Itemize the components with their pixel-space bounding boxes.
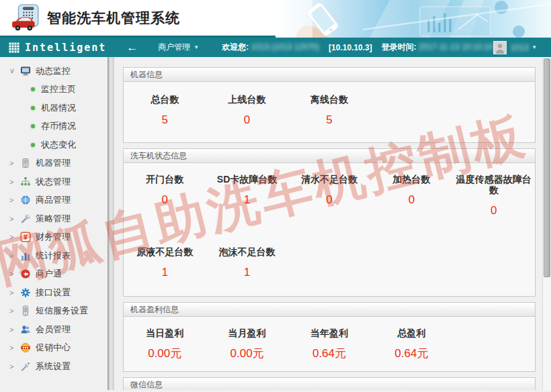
stat-profit-month: 当月盈利 0.00元 <box>206 328 288 360</box>
sidebar-item-label: 状态变化 <box>41 139 76 151</box>
sidebar-item-finance-mgmt[interactable]: > ¥ 财务管理 <box>0 228 108 247</box>
merchant-menu[interactable]: 商户管理 ▼ <box>158 42 199 53</box>
sidebar-item-status-mgmt[interactable]: > 状态管理 <box>0 173 108 191</box>
sidebar-item-label: 机器情况 <box>41 102 76 114</box>
merchant-icon <box>20 268 31 279</box>
chevron-right-icon: > <box>9 326 19 334</box>
sidebar-item-label: 机器管理 <box>36 157 71 169</box>
stat-profit-total: 总盈利 0.64元 <box>370 328 452 360</box>
sidebar-item-strategy-mgmt[interactable]: > 策略管理 <box>0 209 108 228</box>
monitor-icon <box>20 66 31 77</box>
sidebar-item-label: 会员管理 <box>36 324 71 336</box>
sidebar: ∨ 动态监控 监控主页 机器情况 存币情况 状态变化 <box>0 57 108 390</box>
sidebar-item-product-mgmt[interactable]: > 商品管理 <box>0 191 108 210</box>
stat-heating: 加热台数 0 <box>370 174 452 217</box>
panel-washer-status-title: 洗车机状态信息 <box>124 149 535 163</box>
welcome-text: 欢迎您: 1013 (1013 12070) <box>222 42 319 53</box>
chevron-right-icon: > <box>9 196 19 204</box>
sidebar-item-state-change[interactable]: 状态变化 <box>0 136 108 154</box>
merchant-name-blurred: 1013 (1013 12070) <box>251 42 319 52</box>
server-ip: [10.10.10.3] <box>329 43 372 52</box>
stat-offline-machines: 离线台数 5 <box>288 94 370 126</box>
sidebar-splitter[interactable] <box>108 57 114 390</box>
sitemap-icon <box>20 177 31 187</box>
sidebar-item-machine-status[interactable]: 机器情况 <box>0 99 108 117</box>
green-dot-icon <box>31 87 35 91</box>
main-panel-area: 机器信息 总台数 5 上线台数 0 离线台数 5 <box>114 57 542 390</box>
sidebar-item-machine-mgmt[interactable]: > 机器管理 <box>0 154 108 173</box>
panel-profit-info: 机器盈利信息 当日盈利 0.00元 当月盈利 0.00元 当年盈利 0.64元 <box>123 302 536 372</box>
tools-icon <box>20 361 31 372</box>
green-dot-icon <box>31 106 35 110</box>
scrollbar-thumb[interactable] <box>544 58 550 277</box>
carwash-logo-icon <box>11 4 40 32</box>
sidebar-item-member-mgmt[interactable]: > 会员管理 <box>0 320 108 339</box>
sidebar-item-label: 监控主页 <box>41 83 76 95</box>
panel-wechat-info: 微信信息 <box>123 377 536 390</box>
chevron-right-icon: > <box>9 307 19 315</box>
stat-low-detergent: 原液不足台数 1 <box>124 246 206 279</box>
promo-badge-icon <box>20 342 31 353</box>
sidebar-item-sms-settings[interactable]: > 短信服务设置 <box>0 302 108 321</box>
green-dot-icon <box>31 143 35 147</box>
chevron-right-icon: > <box>9 233 19 241</box>
members-icon <box>20 324 31 335</box>
vertical-scrollbar[interactable] <box>542 57 551 390</box>
chevron-down-icon: ▼ <box>194 44 199 50</box>
stat-total-machines: 总台数 5 <box>124 94 206 126</box>
sidebar-item-label: 策略管理 <box>36 213 71 225</box>
svg-text:¥: ¥ <box>24 233 28 241</box>
bar-chart-icon <box>20 250 31 261</box>
header-banner-image <box>276 0 551 38</box>
page-title: 智能洗车机管理系统 <box>47 9 180 28</box>
stat-sdcard-fault: SD卡故障台数 1 <box>206 174 288 217</box>
sidebar-item-monitor-home[interactable]: 监控主页 <box>0 81 108 99</box>
sidebar-item-label: 状态管理 <box>36 176 71 188</box>
sidebar-item-dynamic-monitor[interactable]: ∨ 动态监控 <box>0 62 108 81</box>
sidebar-item-label: 系统设置 <box>36 360 71 373</box>
chevron-right-icon: > <box>9 289 19 297</box>
sidebar-item-label: 商户通 <box>36 268 62 280</box>
chevron-right-icon: > <box>9 362 19 371</box>
chevron-right-icon: > <box>9 252 19 260</box>
merchant-menu-label: 商户管理 <box>158 42 190 53</box>
wrench-icon <box>20 213 31 224</box>
login-time-blurred: 2017-11-13 10:10:10 <box>419 42 493 52</box>
sidebar-item-merchant-pass[interactable]: > 商户通 <box>0 265 108 284</box>
sidebar-item-label: 动态监控 <box>36 65 71 77</box>
sidebar-item-stats-report[interactable]: > 统计报表 <box>0 246 108 265</box>
chevron-right-icon: > <box>9 215 19 223</box>
sms-phone-icon <box>20 305 31 316</box>
stat-low-water: 清水不足台数 0 <box>288 174 370 217</box>
chevron-right-icon: > <box>9 270 19 278</box>
sidebar-collapse-arrow-icon[interactable]: ← <box>126 42 138 53</box>
sidebar-item-label: 统计报表 <box>36 250 71 262</box>
sidebar-item-label: 促销中心 <box>36 342 71 354</box>
panel-profit-info-title: 机器盈利信息 <box>124 303 535 317</box>
yen-icon: ¥ <box>20 232 31 242</box>
sidebar-item-label: 商品管理 <box>36 194 71 206</box>
content-area: ∨ 动态监控 监控主页 机器情况 存币情况 状态变化 <box>0 57 551 390</box>
app-header: 智能洗车机管理系统 <box>0 0 551 38</box>
main-navbar: Intelligent ← 商户管理 ▼ 欢迎您: 1013 (1013 120… <box>0 38 551 57</box>
sidebar-item-system-settings[interactable]: > 系统设置 <box>0 357 108 376</box>
user-avatar[interactable] <box>493 41 507 54</box>
apps-grid-icon <box>9 42 19 53</box>
globe-icon <box>20 195 31 205</box>
panel-washer-status: 洗车机状态信息 开门台数 0 SD卡故障台数 1 清水不足台数 0 <box>123 148 536 297</box>
sidebar-item-interface-settings[interactable]: > 接口设置 <box>0 283 108 302</box>
sidebar-item-label: 短信服务设置 <box>36 305 88 317</box>
chevron-right-icon: > <box>9 159 19 167</box>
page: 智能洗车机管理系统 <box>0 0 551 390</box>
stat-temp-sensor-fault: 温度传感器故障台数 0 <box>453 174 535 217</box>
sidebar-item-label: 存币情况 <box>41 120 76 132</box>
user-chevron-down-icon[interactable]: ▼ <box>532 44 537 50</box>
device-icon <box>20 158 31 168</box>
login-time-text: 登录时间: 2017-11-13 10:10:10 <box>382 42 493 53</box>
sidebar-item-promo-center[interactable]: > 促销中心 <box>0 339 108 358</box>
gear-icon <box>20 287 31 298</box>
panel-machine-info: 机器信息 总台数 5 上线台数 0 离线台数 5 <box>123 67 536 143</box>
sidebar-item-coin-status[interactable]: 存币情况 <box>0 117 108 136</box>
sidebar-item-label: 接口设置 <box>36 287 71 299</box>
username-blurred[interactable]: 1013 <box>511 43 529 52</box>
